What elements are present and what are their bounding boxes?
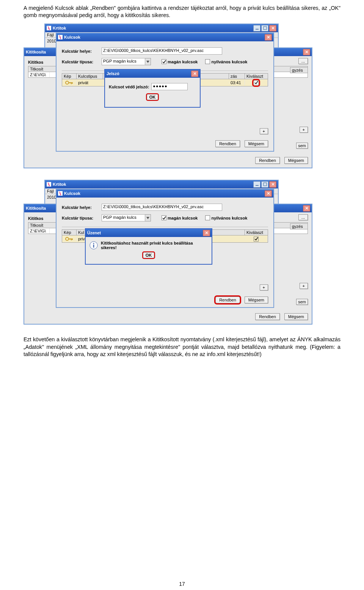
select-row-checkbox[interactable] (254, 237, 259, 242)
svg-point-17 (93, 243, 94, 244)
kulcsok-title: Kulcsok (64, 35, 80, 39)
jelszo-label: Kulcsot védő jelszó: (109, 85, 149, 89)
plus-button-outer[interactable]: + (300, 127, 308, 133)
close-button[interactable] (303, 205, 310, 212)
chevron-down-icon[interactable] (145, 58, 151, 65)
rendben-button[interactable]: Rendben (215, 140, 240, 147)
checkbox-icon (205, 59, 210, 64)
info-icon (89, 241, 98, 249)
checkbox-checked-icon (162, 59, 166, 64)
page-number: 17 (0, 581, 364, 587)
krtitok-titlebar: Krtitok (45, 180, 278, 188)
dots-button-outer[interactable]: ... (298, 58, 308, 64)
megsem-button-outer[interactable]: Mégsem (284, 313, 308, 320)
jelszo-titlebar: Jelszó (105, 70, 200, 78)
menu-file[interactable]: Fájl (47, 33, 54, 37)
rendben-button[interactable]: Rendben (215, 297, 240, 303)
chevron-down-icon[interactable] (145, 214, 151, 221)
checkbox-icon (205, 215, 210, 220)
kulcstar-helye-value[interactable]: Z:\EVIG\0000_titkos_kulcs\KEKKHBNYH_v02_… (102, 47, 222, 55)
close-button[interactable] (269, 25, 276, 31)
svg-rect-6 (71, 82, 72, 84)
sem-label: sem (296, 143, 308, 149)
svg-rect-9 (256, 185, 259, 186)
krtitok-titlebar: Krtitok (45, 24, 278, 32)
col-gyzes: gyzés (290, 223, 308, 229)
nyilvanos-kulcsok-checkbox[interactable]: nyilvános kulcsok (205, 59, 247, 64)
krtitok-title: Krtitok (53, 26, 66, 30)
java-icon (47, 26, 51, 30)
maximize-button[interactable] (261, 25, 268, 31)
svg-rect-15 (72, 239, 73, 240)
key-icon (65, 237, 74, 241)
minimize-button[interactable] (253, 25, 260, 31)
rendben-button-outer[interactable]: Rendben (255, 313, 280, 320)
kulcstar-helye-value[interactable]: Z:\EVIG\0000_titkos_kulcs\KEKKHBNYH_v02_… (102, 204, 222, 211)
jelszo-ok-button[interactable]: OK (147, 94, 158, 100)
kulcsok-title: Kulcsok (64, 191, 80, 196)
magan-kulcsok-checkbox[interactable]: magán kulcsok (162, 59, 198, 64)
plus-button[interactable]: + (260, 284, 268, 290)
close-button[interactable] (191, 71, 198, 77)
paragraph-2: Ezt követően a kiválasztott könyvtárban … (24, 336, 340, 358)
kulcstar-tipus-value: PGP magán kulcs (102, 214, 145, 221)
svg-point-12 (66, 237, 69, 240)
dialog-jelszo: Jelszó Kulcsot védő jelszó: ●●●●● OK (104, 69, 201, 108)
uzenet-title: Üzenet (87, 231, 101, 235)
checkbox-checked-icon (162, 215, 166, 220)
close-button[interactable] (265, 34, 272, 41)
screenshot-1: Krtitok Fájl 2010. Kititkosíta Kititkos … (24, 24, 312, 171)
svg-rect-14 (71, 239, 72, 240)
megsem-button-outer[interactable]: Mégsem (284, 157, 308, 164)
svg-rect-1 (256, 29, 259, 30)
maximize-button[interactable] (261, 181, 268, 188)
kulcstar-tipus-combo[interactable]: PGP magán kulcs (102, 214, 151, 221)
paragraph-1: A megjelenő Kulcsok ablak „Rendben" gomb… (24, 5, 340, 19)
kulcstar-helye-label: Kulcstár helye: (62, 205, 102, 210)
nyilvanos-kulcsok-checkbox[interactable]: nyilvános kulcsok (205, 215, 247, 220)
plus-button-outer[interactable]: + (300, 283, 308, 289)
svg-rect-18 (93, 245, 94, 248)
uzenet-ok-button[interactable]: OK (143, 252, 155, 258)
magan-kulcsok-checkbox[interactable]: magán kulcsok (162, 215, 198, 220)
kulcstar-tipus-label: Kulcstár típusa: (62, 60, 102, 64)
close-button[interactable] (269, 181, 276, 188)
menu-file[interactable]: Fájl (47, 189, 54, 193)
kulcstar-tipus-value: PGP magán kulcs (102, 58, 145, 65)
java-icon (58, 35, 63, 39)
kulcsok-titlebar: Kulcsok (56, 33, 273, 41)
key-icon (65, 80, 74, 85)
java-icon (58, 191, 63, 196)
svg-rect-7 (72, 82, 73, 84)
svg-rect-10 (264, 183, 267, 186)
kititkosita-title: Kititkosíta (26, 206, 46, 210)
svg-rect-2 (264, 27, 267, 30)
kulcstar-tipus-combo[interactable]: PGP magán kulcs (102, 58, 151, 65)
close-button[interactable] (203, 230, 210, 236)
dialog-uzenet: Üzenet Kititkosításhoz használt privát k… (85, 228, 212, 265)
jelszo-title: Jelszó (107, 71, 119, 76)
col-gyzes: gyzés (290, 67, 308, 73)
rendben-button-outer[interactable]: Rendben (255, 157, 280, 164)
dots-button-outer[interactable]: ... (298, 214, 308, 220)
java-icon (47, 182, 51, 187)
krtitok-title: Krtitok (53, 182, 66, 187)
svg-point-4 (66, 81, 69, 84)
uzenet-titlebar: Üzenet (86, 229, 212, 237)
screenshot-2: Krtitok Fájl 2010. Kititkosíta Kititkos … (24, 180, 312, 328)
minimize-button[interactable] (253, 181, 260, 188)
megsem-button[interactable]: Mégsem (245, 297, 268, 303)
close-button[interactable] (265, 190, 272, 197)
plus-button[interactable]: + (260, 128, 268, 134)
megsem-button[interactable]: Mégsem (245, 140, 268, 147)
kulcsok-titlebar: Kulcsok (56, 190, 273, 198)
jelszo-input[interactable]: ●●●●● (151, 83, 188, 90)
kulcstar-tipus-label: Kulcstár típusa: (62, 216, 102, 220)
uzenet-msg: Kititkosításhoz használt privát kulcs be… (101, 241, 208, 250)
kulcstar-helye-label: Kulcstár helye: (62, 49, 102, 53)
select-row-checkbox[interactable] (254, 80, 259, 85)
close-button[interactable] (303, 49, 310, 55)
sem-label: sem (296, 299, 308, 305)
kititkosita-title: Kititkosíta (26, 50, 46, 54)
